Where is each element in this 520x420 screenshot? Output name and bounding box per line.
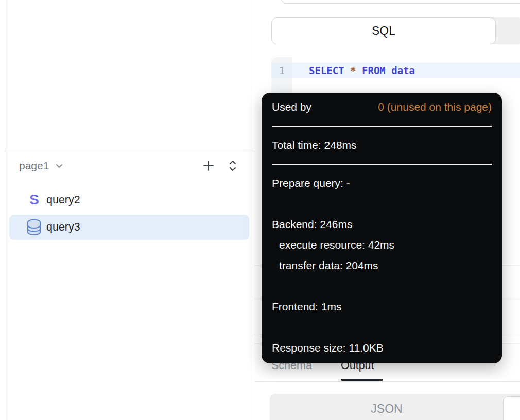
tab-sql-label: SQL: [372, 24, 395, 38]
tooltip-spacer: [272, 194, 492, 214]
backend-row: Backend: 246ms: [272, 214, 492, 235]
sql-keyword: SELECT: [309, 65, 344, 76]
tooltip-divider: [272, 126, 492, 127]
used-by-value: 0 (unused on this page): [378, 97, 492, 117]
tooltip-spacer: [272, 276, 492, 296]
query-name: query2: [46, 194, 80, 206]
chevron-up-down-icon: [226, 159, 239, 172]
page-selector-label: page1: [19, 160, 49, 172]
line-number: 1: [271, 63, 292, 78]
sql-star-operator: *: [350, 65, 356, 76]
add-query-button[interactable]: [201, 159, 216, 173]
tab-sql[interactable]: SQL: [271, 18, 496, 44]
canvas-left-border: [5, 0, 5, 420]
query-list-item-query3[interactable]: query3: [9, 215, 249, 240]
database-icon: [26, 219, 42, 236]
query-performance-tooltip: Used by 0 (unused on this page) Total ti…: [262, 93, 502, 363]
query-list-item-query2[interactable]: S query2: [9, 187, 249, 212]
sql-query-icon: S: [26, 192, 42, 207]
sort-queries-button[interactable]: [226, 159, 240, 173]
sql-table-name: data: [391, 65, 415, 76]
tab-output-format-selected[interactable]: [503, 396, 520, 420]
page-selector-dropdown[interactable]: page1: [19, 157, 64, 174]
tooltip-spacer: [272, 317, 492, 338]
active-tab-indicator: [341, 379, 383, 381]
chevron-down-icon: [54, 161, 64, 171]
response-size-row: Response size: 11.0KB: [272, 338, 492, 358]
code-line[interactable]: SELECT * FROM data: [309, 63, 415, 78]
total-time-row: Total time: 248ms: [272, 135, 492, 155]
prepare-query-row: Prepare query: -: [272, 173, 492, 194]
output-format-segmented-control[interactable]: JSON: [270, 394, 520, 420]
transfer-data-row: transfer data: 204ms: [272, 255, 492, 276]
query-name: query3: [46, 221, 80, 234]
panel-vertical-divider[interactable]: [254, 0, 254, 420]
tooltip-divider: [272, 164, 492, 165]
query-panel-top-border: [5, 149, 254, 149]
query-name-input-partial[interactable]: [281, 0, 520, 4]
tabs-bottom-divider: [254, 381, 520, 382]
plus-icon: [202, 159, 215, 172]
sql-code-editor[interactable]: 1 SELECT * FROM data: [271, 57, 520, 98]
execute-resource-row: execute resource: 42ms: [272, 235, 492, 255]
tab-json[interactable]: JSON: [270, 394, 504, 420]
used-by-label: Used by: [272, 97, 311, 117]
used-by-row: Used by 0 (unused on this page): [272, 97, 492, 117]
editor-mode-segmented-control[interactable]: SQL: [271, 18, 520, 44]
sql-keyword: FROM: [362, 65, 386, 76]
frontend-row: Frontend: 1ms: [272, 296, 492, 317]
